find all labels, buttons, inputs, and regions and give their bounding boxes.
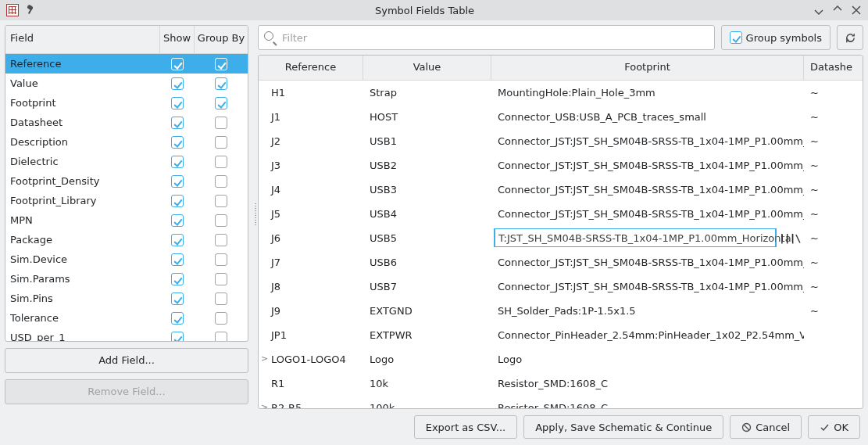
group-checkbox[interactable] [215,58,227,70]
table-row[interactable]: J6USB5T:JST_SH_SM04B-SRSS-TB_1x04-1MP_P1… [259,226,863,250]
table-row[interactable]: J7USB6Connector_JST:JST_SH_SM04B-SRSS-TB… [259,250,863,275]
field-row-tolerance[interactable]: Tolerance [5,308,248,328]
apply-save-button[interactable]: Apply, Save Schematic & Continue [523,415,723,439]
cell-datasheet[interactable]: ~ [804,111,859,123]
cell-value[interactable]: USB1 [363,135,491,147]
cell-reference[interactable]: >R2-R5 [259,402,363,409]
table-row[interactable]: JP1EXTPWRConnector_PinHeader_2.54mm:PinH… [259,323,863,347]
cell-reference[interactable]: J7 [259,257,363,268]
group-symbols-checkbox[interactable]: Group symbols [721,25,830,50]
group-checkbox[interactable] [215,97,227,109]
cell-datasheet[interactable]: ~ [804,208,859,220]
cell-footprint[interactable]: SH_Solder_Pads:1P-1.5x1.5 [491,305,804,317]
table-row[interactable]: J9EXTGNDSH_Solder_Pads:1P-1.5x1.5~ [259,299,863,323]
cell-footprint[interactable]: Connector_PinHeader_2.54mm:PinHeader_1x0… [491,329,804,341]
cell-value[interactable]: USB6 [363,257,491,268]
footprint-editor[interactable]: T:JST_SH_SM04B-SRSS-TB_1x04-1MP_P1.00mm_… [495,228,776,247]
show-checkbox[interactable] [171,136,184,149]
table-row[interactable]: J3USB2Connector_JST:JST_SH_SM04B-SRSS-TB… [259,153,863,178]
table-row[interactable]: H1StrapMountingHole:Plain_Hole_3mm~ [259,81,863,105]
cell-datasheet[interactable]: ~ [804,184,859,196]
cell-footprint[interactable]: MountingHole:Plain_Hole_3mm [491,87,804,99]
show-checkbox[interactable] [171,175,184,188]
cell-reference[interactable]: J5 [259,208,363,220]
group-checkbox[interactable] [215,214,227,227]
field-row-description[interactable]: Description [5,132,248,152]
show-checkbox[interactable] [171,77,184,90]
show-checkbox[interactable] [171,214,184,227]
cell-reference[interactable]: >LOGO1-LOGO4 [259,353,363,365]
group-checkbox[interactable] [215,195,227,207]
cell-datasheet[interactable]: ~ [804,160,859,171]
cell-value[interactable]: USB5 [363,232,491,244]
cell-reference[interactable]: H1 [259,87,363,99]
col-footprint[interactable]: Footprint [491,56,804,80]
cell-datasheet[interactable]: ~ [804,135,859,147]
cell-value[interactable]: USB2 [363,160,491,171]
group-checkbox[interactable] [215,77,227,90]
table-row[interactable]: J1HOSTConnector_USB:USB_A_PCB_traces_sma… [259,105,863,129]
field-row-datasheet[interactable]: Datasheet [5,113,248,132]
splitter[interactable] [253,20,258,409]
cell-reference[interactable]: J6 [259,232,363,244]
cell-reference[interactable]: J4 [259,184,363,196]
group-checkbox[interactable] [215,175,227,188]
table-row[interactable]: J8USB7Connector_JST:JST_SH_SM04B-SRSS-TB… [259,275,863,299]
cell-footprint[interactable]: Connector_USB:USB_A_PCB_traces_small [491,111,804,123]
show-checkbox[interactable] [171,332,184,342]
show-checkbox[interactable] [171,292,184,305]
field-row-reference[interactable]: Reference [5,54,248,74]
table-row[interactable]: >LOGO1-LOGO4LogoLogo [259,347,863,371]
table-row[interactable]: R110kResistor_SMD:1608_C [259,371,863,396]
cell-reference[interactable]: R1 [259,378,363,389]
cell-footprint[interactable]: Connector_JST:JST_SH_SM04B-SRSS-TB_1x04-… [491,160,804,171]
table-row[interactable]: J5USB4Connector_JST:JST_SH_SM04B-SRSS-TB… [259,202,863,226]
minimize-icon[interactable] [813,5,824,16]
cell-value[interactable]: USB3 [363,184,491,196]
cell-footprint[interactable]: Connector_JST:JST_SH_SM04B-SRSS-TB_1x04-… [491,135,804,147]
cell-footprint[interactable]: Logo [491,353,804,365]
show-checkbox[interactable] [171,253,184,266]
cell-datasheet[interactable]: ~ [804,305,859,317]
cell-datasheet[interactable]: ~ [804,257,859,268]
filter-input[interactable] [258,25,715,50]
cell-reference[interactable]: J8 [259,281,363,292]
cell-value[interactable]: EXTGND [363,305,491,317]
field-row-footprint_density[interactable]: Footprint_Density [5,171,248,191]
library-browser-icon[interactable]: |||\ [779,232,800,244]
show-header[interactable]: Show [160,26,195,53]
cell-value[interactable]: Logo [363,353,491,365]
cell-footprint[interactable]: Resistor_SMD:1608_C [491,378,804,389]
field-row-mpn[interactable]: MPN [5,210,248,230]
cell-datasheet[interactable]: ~ [804,87,859,99]
cell-reference[interactable]: J1 [259,111,363,123]
cancel-button[interactable]: Cancel [730,415,802,439]
cell-value[interactable]: USB4 [363,208,491,220]
show-checkbox[interactable] [171,97,184,109]
cell-reference[interactable]: J3 [259,160,363,171]
cell-value[interactable]: EXTPWR [363,329,491,341]
field-header[interactable]: Field [5,26,160,53]
field-row-dielectric[interactable]: Dielectric [5,152,248,171]
cell-reference[interactable]: JP1 [259,329,363,341]
refresh-button[interactable] [837,25,863,50]
show-checkbox[interactable] [171,312,184,325]
groupby-header[interactable]: Group By [195,26,248,53]
show-checkbox[interactable] [171,195,184,207]
field-row-sim.device[interactable]: Sim.Device [5,249,248,269]
cell-footprint[interactable]: Connector_JST:JST_SH_SM04B-SRSS-TB_1x04-… [491,208,804,220]
cell-reference[interactable]: J9 [259,305,363,317]
table-row[interactable]: J4USB3Connector_JST:JST_SH_SM04B-SRSS-TB… [259,178,863,202]
export-csv-button[interactable]: Export as CSV... [414,415,518,439]
maximize-icon[interactable] [832,5,843,16]
expand-icon[interactable]: > [261,353,268,364]
cell-footprint[interactable]: Connector_JST:JST_SH_SM04B-SRSS-TB_1x04-… [491,257,804,268]
cell-datasheet[interactable]: ~ [804,232,859,244]
group-checkbox[interactable] [215,332,227,342]
group-checkbox[interactable] [215,273,227,285]
group-checkbox[interactable] [215,234,227,246]
cell-value[interactable]: Strap [363,87,491,99]
pin-icon[interactable] [25,5,36,16]
show-checkbox[interactable] [171,58,184,70]
close-icon[interactable] [851,5,862,16]
